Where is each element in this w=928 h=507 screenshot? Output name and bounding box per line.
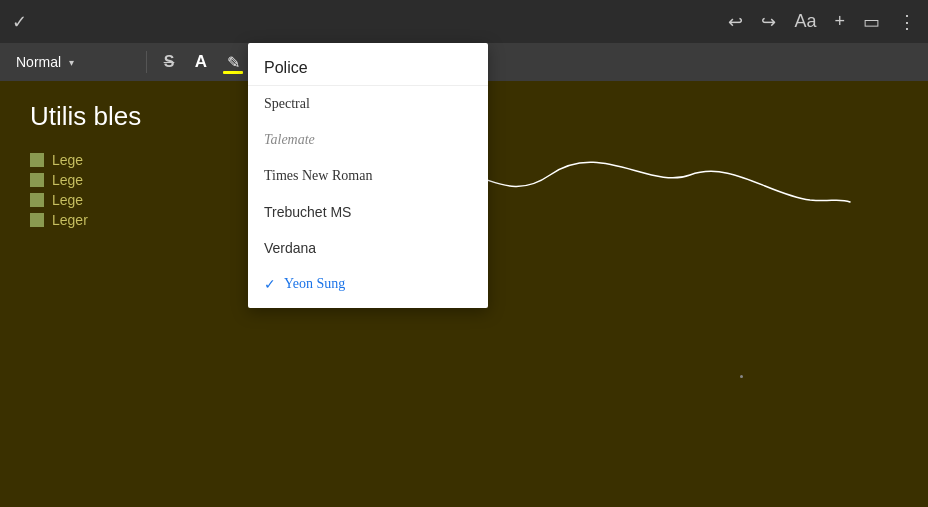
text-format-button[interactable]: Aa	[794, 11, 816, 32]
undo-button[interactable]: ↩	[728, 11, 743, 33]
list-item-text: Lege	[52, 152, 83, 168]
top-bar: ✓ ↩ ↪ Aa + ▭ ⋮	[0, 0, 928, 43]
highlight-color-bar	[223, 71, 243, 74]
list-bullet	[30, 173, 44, 187]
font-item-trebuchet[interactable]: Trebuchet MS	[248, 194, 488, 230]
confirm-button[interactable]: ✓	[12, 11, 27, 33]
format-divider-1	[146, 51, 147, 73]
redo-button[interactable]: ↪	[761, 11, 776, 33]
strikethrough-button[interactable]: S	[155, 49, 183, 75]
highlight-button[interactable]: ✎	[219, 49, 247, 76]
list-item-text: Lege	[52, 192, 83, 208]
comment-button[interactable]: ▭	[863, 11, 880, 33]
style-dropdown-arrow: ▾	[69, 57, 74, 68]
font-name-trebuchet: Trebuchet MS	[264, 204, 351, 220]
list-bullet	[30, 213, 44, 227]
font-dropdown-header: Police	[248, 49, 488, 86]
font-item-times[interactable]: Times New Roman	[248, 158, 488, 194]
font-name-talemate: Talemate	[264, 132, 315, 148]
decoration-dot	[740, 375, 743, 378]
font-item-spectral[interactable]: Spectral	[248, 86, 488, 122]
style-dropdown[interactable]: Normal ▾	[8, 50, 138, 74]
font-name-verdana: Verdana	[264, 240, 316, 256]
selected-check-icon: ✓	[264, 276, 276, 292]
font-item-talemate[interactable]: Talemate	[248, 122, 488, 158]
list-item-text: Leger	[52, 212, 88, 228]
style-label: Normal	[16, 54, 61, 70]
font-name-spectral: Spectral	[264, 96, 310, 112]
font-name-yeonsung: Yeon Sung	[264, 276, 345, 292]
top-bar-left: ✓	[12, 11, 27, 33]
top-bar-right: ↩ ↪ Aa + ▭ ⋮	[728, 11, 916, 33]
list-bullet	[30, 193, 44, 207]
more-options-button[interactable]: ⋮	[898, 11, 916, 33]
font-item-verdana[interactable]: Verdana	[248, 230, 488, 266]
font-name-times: Times New Roman	[264, 168, 372, 184]
list-item-text: Lege	[52, 172, 83, 188]
font-dropdown: Police Spectral Talemate Times New Roman…	[248, 43, 488, 308]
font-item-yeonsung[interactable]: ✓ Yeon Sung	[248, 266, 488, 302]
list-bullet	[30, 153, 44, 167]
bold-a-button[interactable]: A	[187, 48, 215, 76]
add-button[interactable]: +	[834, 11, 845, 32]
